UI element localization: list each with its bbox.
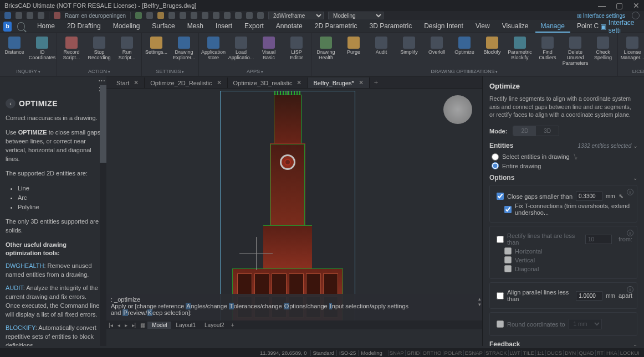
ribbon-simplify-button[interactable]: Simplify [397, 35, 421, 55]
menu-tab-view[interactable]: View [470, 20, 495, 33]
menu-tab-modeling[interactable]: Modeling [108, 20, 146, 33]
layout-tab[interactable]: Model [147, 322, 171, 329]
tool-icon[interactable] [257, 12, 264, 19]
ribbon-distance-button[interactable]: Distance [2, 35, 27, 55]
search-icon[interactable] [632, 12, 640, 19]
ribbon-group-title[interactable]: Action [59, 68, 139, 75]
doc-tab[interactable]: Start✕ [111, 77, 145, 88]
round-check[interactable]: Round coordinates to 1 mm [497, 319, 632, 329]
mode-2d-button[interactable]: 2D [513, 126, 536, 136]
save-icon[interactable] [16, 12, 22, 19]
menu-tab-3d-parametric[interactable]: 3D Parametric [364, 20, 417, 33]
tool-icon[interactable] [146, 12, 153, 19]
new-tab-button[interactable]: + [370, 76, 383, 88]
tool-icon[interactable] [213, 12, 219, 19]
layout-prev-button[interactable]: ◂ [115, 322, 122, 328]
layout-tab[interactable]: Layout1 [171, 322, 200, 329]
ribbon-application-button[interactable]: Application store [201, 35, 226, 61]
tool-icon[interactable] [235, 12, 242, 19]
menu-tab-design-intent[interactable]: Design Intent [418, 20, 469, 33]
status-toggle-esnap[interactable]: ESNAP [463, 350, 484, 356]
ribbon-group-title[interactable]: Apps [201, 68, 309, 75]
command-line[interactable]: : _optimize Apply or [change reference A… [106, 294, 482, 320]
tab-close-icon[interactable]: ✕ [134, 79, 139, 86]
cmd-scroll-icon[interactable]: ▴▾ [478, 296, 481, 307]
ribbon-optimize-button[interactable]: Optimize [452, 35, 477, 55]
qat-icon[interactable] [4, 12, 11, 19]
ribbon-drawing-button[interactable]: Drawing Health [314, 35, 338, 61]
tab-close-icon[interactable]: ✕ [297, 79, 301, 86]
entire-drawing-radio[interactable]: Entire drawing [492, 162, 637, 169]
layout-next-button[interactable]: ▸ [122, 322, 130, 328]
redo-icon[interactable] [38, 12, 44, 19]
ribbon-audit-button[interactable]: Audit [369, 35, 393, 55]
horizontal-check[interactable]: Horizontal [504, 247, 632, 255]
status-toggle-grid[interactable]: GRID [405, 350, 421, 356]
status-segment[interactable]: ISO-25 [336, 350, 358, 356]
workspace-select[interactable]: Modeling [328, 12, 384, 19]
menu-tab-surface[interactable]: Surface [146, 20, 180, 33]
minimize-button[interactable]: — [598, 1, 606, 10]
close-button[interactable]: ✕ [633, 1, 640, 10]
status-toggle-polar[interactable]: POLAR [443, 350, 463, 356]
chevron-down-icon[interactable]: ⌄ [633, 175, 637, 181]
diagonal-check[interactable]: Diagonal [504, 265, 632, 272]
menu-tab-2d-drafting[interactable]: 2D Drafting [62, 20, 106, 33]
ribbon-settings--button[interactable]: Settings... [144, 35, 168, 55]
chevron-down-icon[interactable]: ⌄ [633, 143, 637, 149]
status-toggle-snap[interactable]: SNAP [388, 350, 405, 356]
menu-tab-point-cloud[interactable]: Point Cloud [571, 20, 599, 33]
rectify-check[interactable]: Rectify lines that are less than from: [497, 232, 632, 246]
layout-tab[interactable]: Layout2 [200, 322, 229, 329]
tool-icon[interactable] [168, 12, 175, 19]
rectify-input[interactable] [585, 235, 612, 244]
doc-tab[interactable]: Optimize_3D_realistic✕ [228, 77, 308, 88]
ribbon-drawing-button[interactable]: Drawing Explorer... [172, 35, 196, 61]
menu-tab-annotate[interactable]: Annotate [270, 20, 308, 33]
interface-settings-link[interactable]: ⊞ Interface settings [577, 13, 625, 19]
status-toggle-rt[interactable]: RT [595, 350, 605, 356]
tool-icon[interactable] [246, 12, 253, 19]
status-segment[interactable]: Modeling [358, 350, 385, 356]
ribbon-purge-button[interactable]: Purge [341, 35, 366, 55]
layout-first-button[interactable]: |◂ [106, 322, 115, 328]
help-tool-link[interactable]: BLOCKIFY [6, 324, 35, 331]
ribbon-stop-button[interactable]: Stop Recording [87, 35, 111, 61]
panel-undock-icon[interactable]: ⋯ [98, 76, 105, 85]
tool-icon[interactable] [135, 12, 142, 19]
info-icon[interactable]: i [627, 189, 633, 195]
menu-tab-2d-parametric[interactable]: 2D Parametric [309, 20, 363, 33]
ribbon-overkill-button[interactable]: Overkill [425, 35, 449, 55]
visual-style-select[interactable]: 2dWireframe [268, 12, 324, 19]
ribbon-record-button[interactable]: Record Script... [59, 35, 84, 61]
tool-icon[interactable] [180, 12, 186, 19]
round-select[interactable]: 1 mm [569, 319, 602, 329]
layout-list-icon[interactable]: ▦ [138, 322, 147, 328]
canvas[interactable]: : _optimize Apply or [change reference A… [106, 89, 482, 346]
tool-icon[interactable] [191, 12, 197, 19]
ribbon-visual-button[interactable]: Visual Basic [257, 35, 281, 61]
status-toggle-1:1[interactable]: 1:1 [535, 350, 545, 356]
layer-name[interactable]: Raam en deuropeningen [65, 13, 126, 19]
interface-settings-button[interactable]: ▣ Interface setti [600, 19, 641, 34]
ribbon-group-title[interactable]: Drawing Optimizations [314, 68, 615, 75]
menu-tab-home[interactable]: Home [32, 20, 60, 33]
tool-icon[interactable] [202, 12, 208, 19]
status-toggle-tile[interactable]: TILE [522, 350, 535, 356]
close-gaps-check[interactable]: Close gaps smaller than mm ⬉ [497, 192, 632, 201]
undo-icon[interactable] [27, 12, 33, 19]
ribbon-parametric-button[interactable]: Parametric Blockify [508, 35, 532, 61]
back-button[interactable]: ‹ [6, 99, 16, 108]
tool-icon[interactable] [224, 12, 231, 19]
status-toggle-lwt[interactable]: LWT [508, 350, 522, 356]
menu-tab-mesh[interactable]: Mesh [182, 20, 209, 33]
status-toggle-lockui[interactable]: LOCKUI [619, 350, 641, 356]
doc-tab[interactable]: Belfry_Bruges*✕ [308, 77, 369, 88]
select-entities-radio[interactable]: Select entities in drawing [492, 153, 637, 161]
info-icon[interactable]: i [627, 286, 633, 293]
status-toggle-dyn[interactable]: DYN [563, 350, 577, 356]
status-toggle-ducs[interactable]: DUCS [545, 350, 563, 356]
menu-tab-manage[interactable]: Manage [535, 20, 570, 33]
fix-t-check[interactable]: Fix T-connections (trim overshoots, exte… [504, 203, 632, 216]
layer-icon[interactable] [54, 12, 60, 19]
